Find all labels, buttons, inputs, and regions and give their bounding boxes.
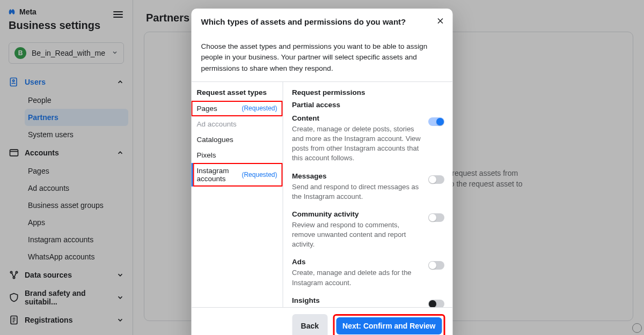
permission-description: Send and respond to direct messages as t… [292, 182, 444, 202]
close-icon[interactable] [436, 16, 445, 27]
modal-overlay: Which types of assets and permissions do… [0, 0, 644, 335]
permission-name: Ads [292, 258, 444, 266]
permissions-subheading: Partial access [292, 101, 444, 109]
next-confirm-button[interactable]: Next: Confirm and Review [336, 317, 442, 334]
asset-permissions-modal: Which types of assets and permissions do… [192, 9, 453, 335]
permission-name: Content [292, 114, 444, 122]
permission-description: See how the Instagram account, content a… [292, 307, 444, 307]
asset-type-pages[interactable]: Pages(Requested) [192, 101, 283, 116]
asset-types-heading: Request asset types [192, 88, 283, 101]
permission-toggle[interactable] [428, 213, 444, 222]
asset-label: Ad accounts [197, 120, 237, 128]
permission-name: Community activity [292, 210, 444, 218]
permission-ads: Ads Create, manage and delete ads for th… [292, 258, 444, 287]
permissions-panel: Request permissions Partial access Conte… [283, 82, 453, 307]
permission-toggle[interactable] [428, 261, 444, 270]
permission-description: Create, manage and delete ads for the In… [292, 268, 444, 287]
permission-toggle[interactable] [428, 117, 444, 126]
permission-content: Content Create, manage or delete posts, … [292, 114, 444, 163]
permission-toggle[interactable] [428, 300, 444, 307]
permission-name: Messages [292, 172, 444, 180]
permission-insights: Insights See how the Instagram account, … [292, 296, 444, 307]
requested-badge: (Requested) [241, 171, 277, 178]
asset-type-catalogues[interactable]: Catalogues [192, 132, 283, 147]
asset-label: Instagram accounts [197, 167, 242, 183]
permission-toggle[interactable] [428, 175, 444, 184]
asset-type-instagram-accounts[interactable]: Instagram accounts(Requested) [192, 163, 283, 187]
requested-badge: (Requested) [241, 105, 277, 112]
asset-label: Pages [197, 105, 217, 113]
asset-type-pixels[interactable]: Pixels [192, 147, 283, 163]
permissions-heading: Request permissions [292, 88, 444, 96]
next-button-highlight: Next: Confirm and Review [333, 314, 445, 335]
asset-label: Pixels [197, 151, 216, 159]
asset-label: Catalogues [197, 136, 233, 144]
permission-description: Review and respond to comments, remove u… [292, 220, 444, 250]
asset-types-list: Request asset types Pages(Requested)Ad a… [192, 82, 283, 307]
modal-description: Choose the asset types and permissions y… [192, 34, 453, 81]
asset-type-ad-accounts: Ad accounts [192, 116, 283, 132]
permission-name: Insights [292, 296, 444, 304]
modal-title: Which types of assets and permissions do… [201, 17, 443, 26]
permission-description: Create, manage or delete posts, stories … [292, 124, 444, 163]
back-button[interactable]: Back [292, 314, 327, 335]
permission-community-activity: Community activity Review and respond to… [292, 210, 444, 250]
permission-messages: Messages Send and respond to direct mess… [292, 172, 444, 202]
